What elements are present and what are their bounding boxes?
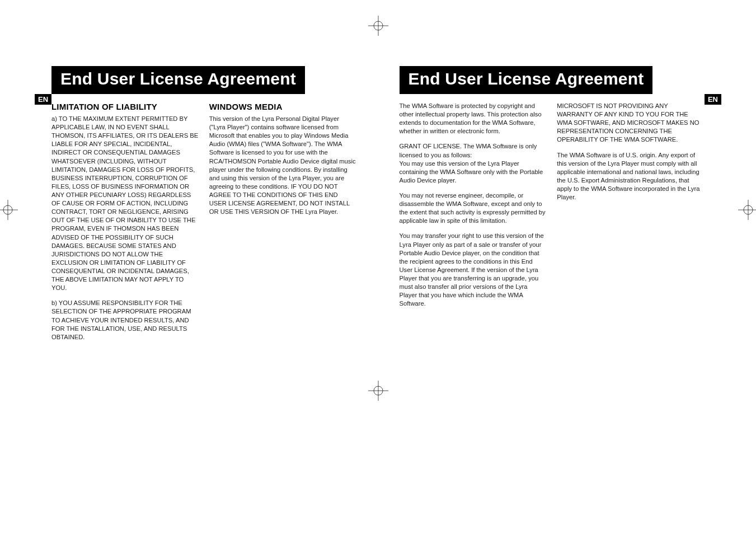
lang-badge-right: EN [705,94,721,105]
registration-mark-icon [368,381,388,401]
right-col2: MICROSOFT IS NOT PROVIDING ANY WARRANTY … [557,102,705,315]
lang-badge-left: EN [35,94,51,105]
registration-mark-icon [368,16,388,36]
registration-mark-icon [0,200,18,220]
para-wma-copyright: The WMA Software is protected by copyrig… [400,102,547,135]
para-wma-reverse: You may not reverse engineer, decompile,… [400,191,547,225]
para-ms-warranty: MICROSOFT IS NOT PROVIDING ANY WARRANTY … [557,102,705,144]
para-windows-media: This version of the Lyra Personal Digita… [209,115,357,216]
para-wma-grant: GRANT OF LICENSE. The WMA Software is on… [400,142,547,185]
para-limitation-a: a) TO THE MAXIMUM EXTENT PERMITTED BY AP… [51,115,199,292]
para-wma-export: The WMA Software is of U.S. origin. Any … [557,151,705,202]
para-limitation-b: b) YOU ASSUME RESPONSIBILITY FOR THE SEL… [51,299,199,341]
left-col2: WINDOWS MEDIA This version of the Lyra P… [209,102,357,348]
left-col1: LIMITATION OF LIABILITY a) TO THE MAXIMU… [51,102,199,348]
right-title-bar: End User License Agreement [400,66,653,94]
heading-windows-media: WINDOWS MEDIA [209,102,357,111]
left-title-bar: End User License Agreement [51,66,305,94]
right-col1: The WMA Software is protected by copyrig… [400,102,547,315]
heading-limitation: LIMITATION OF LIABILITY [51,102,199,111]
right-columns: The WMA Software is protected by copyrig… [400,102,705,315]
right-page: End User License Agreement EN The WMA So… [378,0,757,534]
page-spread: End User License Agreement EN LIMITATION… [0,0,756,534]
left-columns: LIMITATION OF LIABILITY a) TO THE MAXIMU… [51,102,357,348]
registration-mark-icon [738,200,756,220]
left-page: End User License Agreement EN LIMITATION… [0,0,378,534]
para-wma-transfer: You may transfer your right to use this … [400,232,547,308]
